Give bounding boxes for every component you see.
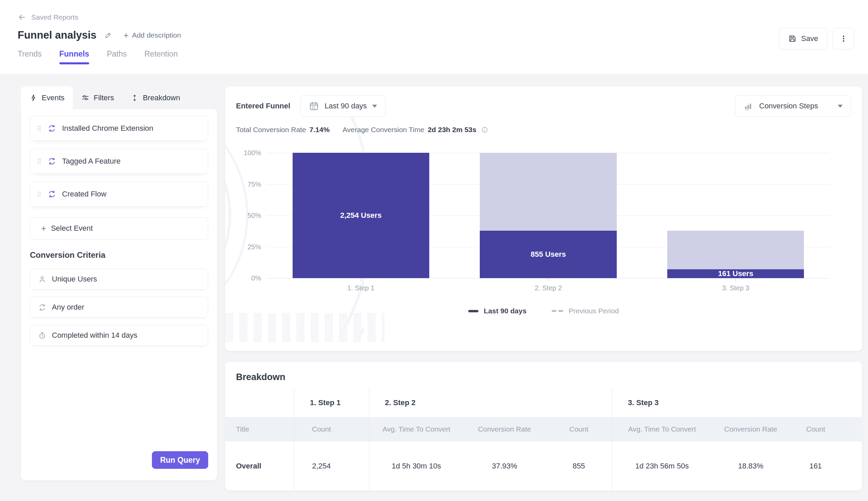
- drag-handle-icon[interactable]: [36, 124, 42, 132]
- x-label-step-2: 2. Step 2: [455, 284, 642, 292]
- x-axis-line: [267, 278, 829, 278]
- column-header-avg-time-3: Avg. Time To Convert: [612, 417, 712, 441]
- event-label: Installed Chrome Extension: [62, 124, 153, 133]
- drag-handle-icon[interactable]: [36, 157, 42, 165]
- row-count-3: 161: [790, 441, 862, 490]
- funnel-bar-chart: 100% 75% 50% 25% 0%: [236, 153, 851, 292]
- panel-tab-filters[interactable]: Filters: [73, 86, 123, 109]
- panel-tab-label: Events: [42, 94, 64, 102]
- row-title: Overall: [225, 441, 294, 490]
- column-header-count-1: Count: [294, 417, 369, 441]
- legend-solid-swatch: [468, 310, 479, 312]
- conversion-criteria-heading: Conversion Criteria: [30, 250, 208, 260]
- tab-paths[interactable]: Paths: [107, 50, 127, 64]
- row-conversion-rate-2: 37.93%: [463, 441, 545, 490]
- event-card-tagged-a-feature[interactable]: Tagged A Feature: [30, 149, 208, 174]
- bar-chart-icon: [744, 101, 753, 111]
- breakdown-title: Breakdown: [225, 362, 862, 382]
- run-query-button[interactable]: Run Query: [152, 451, 208, 469]
- event-label: Tagged A Feature: [62, 157, 121, 166]
- drag-handle-icon[interactable]: [36, 190, 42, 198]
- breakdown-card: Breakdown 1. Step 1 2. Step 2 3. Step 3 …: [225, 362, 862, 490]
- column-header-conversion-rate-2: Conversion Rate: [463, 417, 545, 441]
- panel-tab-label: Filters: [94, 94, 114, 102]
- cycle-icon: [48, 157, 56, 166]
- more-options-button[interactable]: [833, 28, 855, 50]
- plus-icon: +: [41, 223, 46, 234]
- chevron-down-icon: [372, 105, 377, 110]
- save-button[interactable]: Save: [779, 28, 827, 50]
- add-description-button[interactable]: + Add description: [124, 31, 181, 39]
- column-header-count-3: Count: [790, 417, 862, 441]
- bar-label: 161 Users: [718, 269, 753, 278]
- criteria-unique-users[interactable]: Unique Users: [30, 269, 208, 290]
- group-header-empty: [225, 388, 294, 417]
- chart-title: Entered Funnel: [236, 102, 290, 110]
- x-axis-labels: 1. Step 1 2. Step 2 3. Step 3: [267, 284, 829, 292]
- legend-current-period[interactable]: Last 90 days: [468, 307, 526, 315]
- back-label: Saved Reports: [31, 13, 78, 21]
- top-header: Saved Reports Funnel analysis + Add desc…: [0, 0, 868, 74]
- total-conversion-rate: Total Conversion Rate 7.14%: [236, 126, 330, 134]
- edit-title-icon[interactable]: [104, 31, 112, 39]
- back-arrow-icon: [18, 13, 27, 22]
- criteria-label: Any order: [52, 303, 84, 312]
- main-tabs: Trends Funnels Paths Retention: [18, 50, 855, 64]
- select-event-button[interactable]: + Select Event: [30, 217, 208, 239]
- cycle-icon: [38, 303, 46, 312]
- legend-previous-period[interactable]: Previous Period: [552, 307, 619, 315]
- legend-dashed-swatch: [552, 310, 563, 312]
- criteria-completed-within[interactable]: Completed within 14 days: [30, 325, 208, 346]
- tab-funnels[interactable]: Funnels: [59, 50, 89, 64]
- tab-trends[interactable]: Trends: [18, 50, 42, 64]
- panel-tab-breakdown[interactable]: Breakdown: [123, 86, 189, 109]
- row-avg-time-3: 1d 23h 56m 50s: [612, 441, 712, 490]
- row-count-1: 2,254: [294, 441, 369, 490]
- kebab-icon: [839, 34, 848, 43]
- average-conversion-time: Average Conversion Time 2d 23h 2m 53s: [343, 126, 488, 134]
- arrows-vertical-icon: [131, 94, 138, 102]
- lightning-icon: [30, 94, 37, 102]
- page-title: Funnel analysis: [18, 29, 97, 41]
- event-card-created-flow[interactable]: Created Flow: [30, 182, 208, 207]
- x-label-step-1: 1. Step 1: [267, 284, 455, 292]
- select-event-label: Select Event: [51, 224, 93, 233]
- criteria-any-order[interactable]: Any order: [30, 297, 208, 318]
- chevron-down-icon: [838, 105, 843, 110]
- column-header-count-2: Count: [545, 417, 612, 441]
- event-label: Created Flow: [62, 190, 106, 199]
- chart-legend: Last 90 days Previous Period: [236, 307, 851, 315]
- x-axis-ticks: [267, 278, 829, 281]
- date-range-button[interactable]: Last 90 days: [301, 95, 386, 117]
- column-header-title: Title: [225, 417, 294, 441]
- date-range-label: Last 90 days: [324, 102, 367, 110]
- tab-retention[interactable]: Retention: [145, 50, 178, 64]
- funnel-chart-card: Entered Funnel Last 90 days: [225, 86, 862, 351]
- column-header-avg-time-2: Avg. Time To Convert: [369, 417, 463, 441]
- save-label: Save: [801, 34, 818, 43]
- view-mode-dropdown[interactable]: Conversion Steps: [735, 95, 851, 117]
- info-icon[interactable]: [481, 126, 488, 134]
- bar-label: 855 Users: [531, 250, 566, 259]
- plus-icon: +: [124, 32, 129, 39]
- calendar-icon: [309, 101, 319, 111]
- add-description-label: Add description: [132, 31, 181, 39]
- back-link[interactable]: Saved Reports: [18, 13, 78, 22]
- person-icon: [38, 275, 46, 284]
- panel-tab-events[interactable]: Events: [21, 86, 73, 109]
- y-axis-labels: 100% 75% 50% 25% 0%: [236, 153, 267, 278]
- save-icon: [788, 34, 797, 43]
- group-header-step-2: 2. Step 2: [369, 388, 463, 417]
- funnel-bar-step-3[interactable]: 161 Users: [642, 153, 829, 278]
- cycle-icon: [48, 190, 56, 199]
- query-builder-panel: Events Filters Breakdown: [21, 86, 217, 480]
- cycle-icon: [48, 124, 56, 133]
- row-conversion-rate-3: 18.83%: [712, 441, 790, 490]
- group-header-step-3: 3. Step 3: [612, 388, 712, 417]
- funnel-bar-step-2[interactable]: 855 Users: [455, 153, 642, 278]
- event-card-installed-chrome-extension[interactable]: Installed Chrome Extension: [30, 116, 208, 141]
- column-header-conversion-rate-3: Conversion Rate: [712, 417, 790, 441]
- funnel-bar-step-1[interactable]: 2,254 Users: [267, 153, 455, 278]
- criteria-label: Completed within 14 days: [52, 331, 137, 340]
- breakdown-table: 1. Step 1 2. Step 2 3. Step 3 Title Coun…: [225, 388, 862, 490]
